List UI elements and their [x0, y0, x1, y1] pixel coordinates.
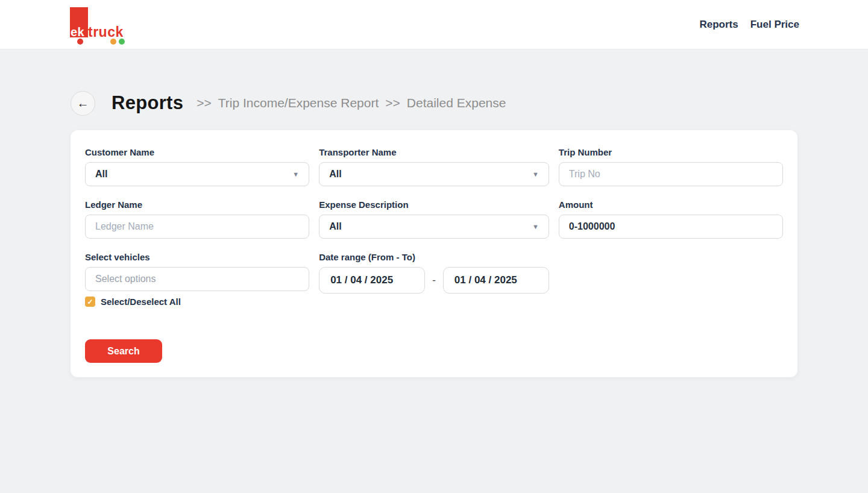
transporter-name-select[interactable]: All ▼	[319, 162, 549, 186]
amount-label: Amount	[559, 199, 783, 210]
logo-text-primary: ek	[71, 25, 84, 39]
trip-number-input[interactable]	[559, 162, 783, 186]
customer-name-label: Customer Name	[85, 147, 309, 157]
chevron-down-icon: ▼	[532, 171, 539, 178]
breadcrumb-item-detail: Detailed Expense	[407, 96, 506, 110]
customer-name-select[interactable]: All ▼	[85, 162, 309, 186]
ledger-name-input[interactable]	[85, 215, 309, 239]
breadcrumb-trail: >> Trip Income/Expense Report >> Detaile…	[197, 96, 506, 110]
field-date-range: Date range (From - To) 01 / 04 / 2025 - …	[319, 252, 549, 307]
check-icon: ✓	[87, 298, 93, 306]
checkbox-checked-icon: ✓	[85, 297, 95, 307]
filter-card: Customer Name All ▼ Transporter Name All…	[71, 130, 797, 377]
top-nav: Reports Fuel Price	[700, 19, 800, 31]
field-customer-name: Customer Name All ▼	[85, 147, 309, 186]
trip-number-label: Trip Number	[559, 147, 783, 157]
logo-dot-green-icon	[119, 39, 125, 45]
select-vehicles-label: Select vehicles	[85, 252, 309, 262]
logo-dot-orange-icon	[110, 39, 116, 45]
date-to-input[interactable]: 01 / 04 / 2025	[443, 267, 549, 294]
transporter-name-label: Transporter Name	[319, 147, 549, 157]
ektruck-logo[interactable]: ek truck	[69, 5, 124, 44]
select-all-toggle[interactable]: ✓ Select/Deselect All	[85, 297, 181, 307]
breadcrumb-item-report-type: Trip Income/Expense Report	[218, 96, 379, 110]
back-arrow-icon: ←	[77, 97, 89, 109]
chevron-down-icon: ▼	[292, 171, 299, 178]
date-range-dash: -	[432, 274, 436, 286]
field-transporter-name: Transporter Name All ▼	[319, 147, 549, 186]
select-vehicles-input[interactable]	[85, 267, 309, 291]
page-title: Reports	[112, 92, 183, 114]
field-ledger-name: Ledger Name	[85, 199, 309, 239]
app-header: ek truck Reports Fuel Price	[0, 0, 868, 49]
date-from-input[interactable]: 01 / 04 / 2025	[319, 267, 425, 294]
field-trip-number: Trip Number	[559, 147, 783, 186]
back-button[interactable]: ←	[71, 91, 95, 116]
main-content: ← Reports >> Trip Income/Expense Report …	[71, 90, 797, 377]
field-amount: Amount	[559, 199, 783, 239]
nav-item-reports[interactable]: Reports	[700, 19, 738, 31]
ledger-name-label: Ledger Name	[85, 199, 309, 210]
expense-description-value: All	[329, 221, 341, 232]
expense-description-label: Expense Description	[319, 199, 549, 210]
logo-text-secondary: truck	[88, 24, 124, 40]
customer-name-value: All	[95, 169, 107, 180]
chevron-down-icon: ▼	[532, 224, 539, 230]
field-expense-description: Expense Description All ▼	[319, 199, 549, 239]
select-all-label: Select/Deselect All	[101, 297, 181, 307]
breadcrumb-separator: >>	[385, 96, 400, 110]
search-button[interactable]: Search	[85, 339, 162, 363]
nav-item-fuel-price[interactable]: Fuel Price	[750, 19, 799, 31]
logo-dot-red-icon	[77, 39, 83, 45]
expense-description-select[interactable]: All ▼	[319, 215, 549, 239]
amount-input[interactable]	[559, 215, 783, 239]
field-select-vehicles: Select vehicles ✓ Select/Deselect All	[85, 252, 309, 307]
breadcrumb: ← Reports >> Trip Income/Expense Report …	[71, 90, 797, 116]
breadcrumb-separator: >>	[197, 96, 212, 110]
empty-grid-cell	[559, 252, 783, 307]
transporter-name-value: All	[329, 169, 341, 180]
date-range-label: Date range (From - To)	[319, 252, 549, 262]
